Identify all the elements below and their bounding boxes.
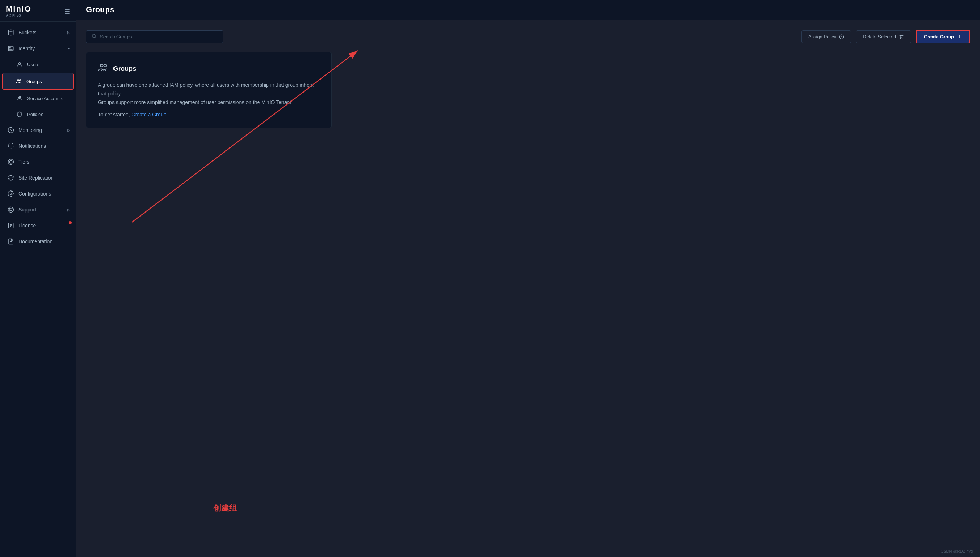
expand-icon-monitoring: ▷ xyxy=(67,128,70,133)
expand-icon-buckets: ▷ xyxy=(67,30,70,35)
search-input[interactable] xyxy=(100,34,218,39)
info-card-cta: To get started, Create a Group. xyxy=(98,112,320,117)
svg-line-16 xyxy=(9,210,10,212)
sidebar-label-buckets: Buckets xyxy=(18,29,36,36)
create-a-group-link[interactable]: Create a Group. xyxy=(132,112,168,117)
sidebar-item-configurations[interactable]: Configurations xyxy=(0,186,76,202)
create-group-label: Create Group xyxy=(924,34,954,39)
svg-point-3 xyxy=(18,62,20,64)
policies-icon xyxy=(16,110,23,118)
support-icon xyxy=(7,206,15,213)
sidebar-nav: Buckets ▷ Identity ▾ Users xyxy=(0,22,76,557)
sidebar-item-users[interactable]: Users xyxy=(0,56,76,72)
notifications-icon xyxy=(7,142,15,150)
sidebar-label-service-accounts: Service Accounts xyxy=(27,96,63,101)
chinese-annotation-label: 创建组 xyxy=(213,503,237,514)
info-card-groups-icon xyxy=(98,62,108,75)
cta-prefix: To get started, xyxy=(98,112,132,117)
logo-main: MinlO xyxy=(6,5,31,13)
svg-point-5 xyxy=(19,80,21,81)
users-icon xyxy=(16,60,23,68)
sidebar-label-monitoring: Monitoring xyxy=(18,127,42,133)
documentation-icon xyxy=(7,238,15,246)
sidebar-label-policies: Policies xyxy=(27,112,43,117)
search-icon xyxy=(91,34,96,40)
svg-rect-1 xyxy=(8,46,13,50)
svg-point-27 xyxy=(104,64,106,67)
sidebar-label-tiers: Tiers xyxy=(18,159,29,165)
sidebar-item-license[interactable]: License xyxy=(0,218,76,233)
sidebar-label-support: Support xyxy=(18,207,36,213)
svg-point-0 xyxy=(8,30,13,32)
tiers-icon xyxy=(7,158,15,166)
sidebar-label-users: Users xyxy=(27,62,39,67)
logo-sub: AGPLv3 xyxy=(6,14,21,18)
svg-line-13 xyxy=(9,208,10,209)
sidebar-item-documentation[interactable]: Documentation xyxy=(0,233,76,249)
buckets-icon xyxy=(7,29,15,36)
logo-area: MinlO AGPLv3 ☰ xyxy=(0,0,76,22)
license-icon xyxy=(7,221,15,230)
service-accounts-icon xyxy=(16,94,23,102)
top-bar: Groups xyxy=(76,0,980,20)
sidebar-label-documentation: Documentation xyxy=(18,239,52,244)
identity-icon xyxy=(7,44,15,52)
logo-text: MinlO AGPLv3 xyxy=(6,5,31,18)
sidebar-label-groups: Groups xyxy=(26,79,42,84)
expand-icon-support: ▷ xyxy=(67,207,70,212)
sidebar-item-policies[interactable]: Policies xyxy=(0,106,76,122)
watermark: CSDN @RDZ.hyd xyxy=(941,549,973,554)
info-card: Groups A group can have one attached IAM… xyxy=(86,52,332,128)
sidebar-label-notifications: Notifications xyxy=(18,143,46,149)
expand-icon-identity: ▾ xyxy=(68,46,70,51)
svg-line-15 xyxy=(11,208,13,209)
delete-selected-button[interactable]: Delete Selected xyxy=(856,30,911,43)
svg-line-14 xyxy=(11,210,13,212)
monitoring-icon xyxy=(7,126,15,134)
sidebar-item-site-replication[interactable]: Site Replication xyxy=(0,170,76,186)
page-title: Groups xyxy=(86,5,114,15)
hamburger-icon[interactable]: ☰ xyxy=(64,8,70,16)
delete-selected-label: Delete Selected xyxy=(863,34,896,39)
sidebar-item-support[interactable]: Support ▷ xyxy=(0,202,76,218)
sidebar-item-buckets[interactable]: Buckets ▷ xyxy=(0,24,76,41)
info-card-body1: A group can have one attached IAM policy… xyxy=(98,81,320,107)
svg-point-8 xyxy=(8,160,14,165)
sidebar-item-groups[interactable]: Groups xyxy=(2,73,74,90)
svg-point-4 xyxy=(17,80,19,81)
site-replication-icon xyxy=(7,174,15,182)
sidebar-item-service-accounts[interactable]: Service Accounts xyxy=(0,90,76,106)
svg-point-10 xyxy=(10,193,12,195)
search-box xyxy=(86,30,223,43)
info-card-title: Groups xyxy=(113,65,136,73)
toolbar-right: Assign Policy Delete Selected Create Gro… xyxy=(801,30,970,43)
sidebar-item-identity[interactable]: Identity ▾ xyxy=(0,41,76,56)
svg-point-9 xyxy=(10,161,12,163)
assign-policy-button[interactable]: Assign Policy xyxy=(801,30,851,43)
sidebar-label-site-replication: Site Replication xyxy=(18,175,54,181)
svg-point-2 xyxy=(10,47,10,49)
content-area: Assign Policy Delete Selected Create Gro… xyxy=(76,20,980,557)
sidebar-label-configurations: Configurations xyxy=(18,191,51,197)
svg-point-12 xyxy=(10,208,12,211)
groups-icon xyxy=(15,77,23,85)
sidebar: MinlO AGPLv3 ☰ Buckets ▷ Identity ▾ xyxy=(0,0,76,557)
sidebar-item-tiers[interactable]: Tiers xyxy=(0,154,76,170)
svg-point-20 xyxy=(92,34,95,37)
configurations-icon xyxy=(7,190,15,198)
sidebar-item-monitoring[interactable]: Monitoring ▷ xyxy=(0,122,76,138)
assign-policy-label: Assign Policy xyxy=(808,34,836,39)
create-group-button[interactable]: Create Group xyxy=(916,30,970,43)
license-badge xyxy=(69,221,72,224)
sidebar-label-identity: Identity xyxy=(18,46,35,51)
sidebar-label-license: License xyxy=(18,223,36,228)
info-card-header: Groups xyxy=(98,62,320,75)
svg-point-26 xyxy=(101,64,103,67)
main-area: Groups Assign Policy xyxy=(76,0,980,557)
sidebar-item-notifications[interactable]: Notifications xyxy=(0,138,76,154)
toolbar: Assign Policy Delete Selected Create Gro… xyxy=(86,30,970,43)
